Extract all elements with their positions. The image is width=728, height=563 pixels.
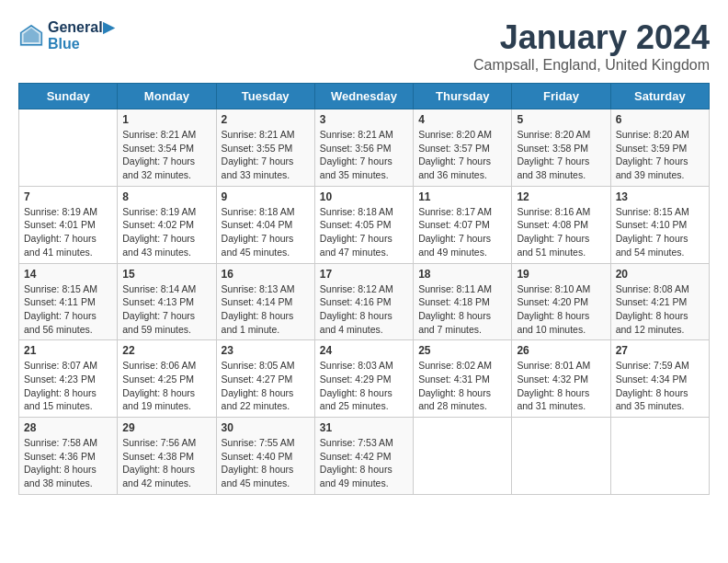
calendar-cell: 17Sunrise: 8:12 AMSunset: 4:16 PMDayligh… xyxy=(314,263,413,340)
week-row-5: 28Sunrise: 7:58 AMSunset: 4:36 PMDayligh… xyxy=(19,418,710,495)
sunset-info: Sunset: 3:54 PM xyxy=(122,142,210,155)
day-number: 16 xyxy=(222,268,310,281)
day-info: Sunrise: 8:19 AMSunset: 4:01 PMDaylight:… xyxy=(24,205,112,259)
calendar-cell: 3Sunrise: 8:21 AMSunset: 3:56 PMDaylight… xyxy=(314,109,413,187)
day-info: Sunrise: 8:18 AMSunset: 4:05 PMDaylight:… xyxy=(320,205,408,259)
calendar-table: SundayMondayTuesdayWednesdayThursdayFrid… xyxy=(18,83,710,495)
day-info: Sunrise: 8:05 AMSunset: 4:27 PMDaylight:… xyxy=(222,359,310,413)
day-number: 7 xyxy=(24,190,112,203)
daylight-info: and 35 minutes. xyxy=(616,399,704,413)
day-info: Sunrise: 7:58 AMSunset: 4:36 PMDaylight:… xyxy=(24,436,112,490)
sunset-info: Sunset: 4:29 PM xyxy=(320,373,408,386)
weekday-header-saturday: Saturday xyxy=(610,84,709,109)
daylight-info: Daylight: 8 hours xyxy=(122,463,210,477)
daylight-info: Daylight: 7 hours xyxy=(616,155,704,168)
sunset-info: Sunset: 4:40 PM xyxy=(222,450,310,464)
day-info: Sunrise: 8:20 AMSunset: 3:59 PMDaylight:… xyxy=(616,128,704,182)
day-number: 10 xyxy=(320,190,408,203)
daylight-info: Daylight: 8 hours xyxy=(517,386,605,400)
sunset-info: Sunset: 4:05 PM xyxy=(320,218,408,232)
daylight-info: Daylight: 7 hours xyxy=(122,309,210,323)
day-number: 17 xyxy=(320,268,408,281)
daylight-info: and 43 minutes. xyxy=(122,246,210,259)
day-info: Sunrise: 7:55 AMSunset: 4:40 PMDaylight:… xyxy=(222,436,310,490)
day-number: 1 xyxy=(122,113,210,126)
day-info: Sunrise: 8:15 AMSunset: 4:10 PMDaylight:… xyxy=(616,205,704,259)
daylight-info: Daylight: 7 hours xyxy=(517,232,605,246)
day-number: 25 xyxy=(418,344,506,357)
sunrise-info: Sunrise: 8:20 AM xyxy=(616,128,704,142)
calendar-cell: 11Sunrise: 8:17 AMSunset: 4:07 PMDayligh… xyxy=(414,186,512,263)
daylight-info: Daylight: 7 hours xyxy=(320,232,408,246)
sunrise-info: Sunrise: 8:18 AM xyxy=(320,205,408,219)
daylight-info: and 31 minutes. xyxy=(517,399,605,413)
daylight-info: and 33 minutes. xyxy=(222,168,310,182)
daylight-info: Daylight: 8 hours xyxy=(24,386,112,400)
sunset-info: Sunset: 4:16 PM xyxy=(320,295,408,309)
daylight-info: and 35 minutes. xyxy=(320,168,408,182)
daylight-info: Daylight: 8 hours xyxy=(222,309,310,323)
sunrise-info: Sunrise: 8:08 AM xyxy=(616,282,704,296)
daylight-info: Daylight: 7 hours xyxy=(24,309,112,323)
sunrise-info: Sunrise: 8:19 AM xyxy=(24,205,112,219)
sunrise-info: Sunrise: 8:12 AM xyxy=(320,282,408,296)
daylight-info: Daylight: 7 hours xyxy=(418,232,506,246)
day-info: Sunrise: 8:03 AMSunset: 4:29 PMDaylight:… xyxy=(320,359,408,413)
day-number: 8 xyxy=(122,190,210,203)
day-number: 12 xyxy=(517,190,605,203)
daylight-info: Daylight: 8 hours xyxy=(222,463,310,477)
sunset-info: Sunset: 4:20 PM xyxy=(517,295,605,309)
day-number: 13 xyxy=(616,190,704,203)
sunset-info: Sunset: 4:14 PM xyxy=(222,295,310,309)
day-info: Sunrise: 8:21 AMSunset: 3:56 PMDaylight:… xyxy=(320,128,408,182)
day-number: 15 xyxy=(122,268,210,281)
sunrise-info: Sunrise: 8:14 AM xyxy=(122,282,210,296)
daylight-info: and 45 minutes. xyxy=(222,246,310,259)
daylight-info: and 15 minutes. xyxy=(24,399,112,413)
day-info: Sunrise: 8:07 AMSunset: 4:23 PMDaylight:… xyxy=(24,359,112,413)
calendar-cell: 18Sunrise: 8:11 AMSunset: 4:18 PMDayligh… xyxy=(414,263,512,340)
day-info: Sunrise: 7:56 AMSunset: 4:38 PMDaylight:… xyxy=(122,436,210,490)
daylight-info: Daylight: 8 hours xyxy=(320,386,408,400)
sunrise-info: Sunrise: 8:16 AM xyxy=(517,205,605,219)
weekday-header-tuesday: Tuesday xyxy=(216,84,314,109)
day-number: 11 xyxy=(418,190,506,203)
calendar-cell: 6Sunrise: 8:20 AMSunset: 3:59 PMDaylight… xyxy=(610,109,709,187)
daylight-info: and 1 minute. xyxy=(222,323,310,337)
daylight-info: and 28 minutes. xyxy=(418,399,506,413)
daylight-info: Daylight: 7 hours xyxy=(24,232,112,246)
day-number: 27 xyxy=(616,344,704,357)
sunrise-info: Sunrise: 8:21 AM xyxy=(222,128,310,142)
sunset-info: Sunset: 3:57 PM xyxy=(418,142,506,155)
weekday-header-friday: Friday xyxy=(512,84,610,109)
calendar-cell: 10Sunrise: 8:18 AMSunset: 4:05 PMDayligh… xyxy=(314,186,413,263)
day-number: 2 xyxy=(222,113,310,126)
weekday-header-wednesday: Wednesday xyxy=(314,84,413,109)
calendar-cell xyxy=(512,418,610,495)
day-info: Sunrise: 8:17 AMSunset: 4:07 PMDaylight:… xyxy=(418,205,506,259)
sunrise-info: Sunrise: 7:59 AM xyxy=(616,359,704,373)
sunset-info: Sunset: 4:34 PM xyxy=(616,373,704,386)
day-info: Sunrise: 8:18 AMSunset: 4:04 PMDaylight:… xyxy=(222,205,310,259)
calendar-cell: 9Sunrise: 8:18 AMSunset: 4:04 PMDaylight… xyxy=(216,186,314,263)
sunset-info: Sunset: 3:56 PM xyxy=(320,142,408,155)
day-info: Sunrise: 8:02 AMSunset: 4:31 PMDaylight:… xyxy=(418,359,506,413)
calendar-cell: 26Sunrise: 8:01 AMSunset: 4:32 PMDayligh… xyxy=(512,340,610,418)
sunset-info: Sunset: 4:42 PM xyxy=(320,450,408,464)
week-row-3: 14Sunrise: 8:15 AMSunset: 4:11 PMDayligh… xyxy=(19,263,710,340)
day-info: Sunrise: 8:01 AMSunset: 4:32 PMDaylight:… xyxy=(517,359,605,413)
sunrise-info: Sunrise: 8:02 AM xyxy=(418,359,506,373)
daylight-info: and 38 minutes. xyxy=(24,477,112,490)
daylight-info: and 32 minutes. xyxy=(122,168,210,182)
calendar-cell: 8Sunrise: 8:19 AMSunset: 4:02 PMDaylight… xyxy=(118,186,216,263)
daylight-info: and 47 minutes. xyxy=(320,246,408,259)
sunset-info: Sunset: 4:01 PM xyxy=(24,218,112,232)
calendar-cell: 27Sunrise: 7:59 AMSunset: 4:34 PMDayligh… xyxy=(610,340,709,418)
sunset-info: Sunset: 4:13 PM xyxy=(122,295,210,309)
daylight-info: and 36 minutes. xyxy=(418,168,506,182)
daylight-info: and 49 minutes. xyxy=(418,246,506,259)
calendar-body: 1Sunrise: 8:21 AMSunset: 3:54 PMDaylight… xyxy=(19,109,710,495)
sunrise-info: Sunrise: 8:10 AM xyxy=(517,282,605,296)
day-number: 26 xyxy=(517,344,605,357)
calendar-cell: 20Sunrise: 8:08 AMSunset: 4:21 PMDayligh… xyxy=(610,263,709,340)
